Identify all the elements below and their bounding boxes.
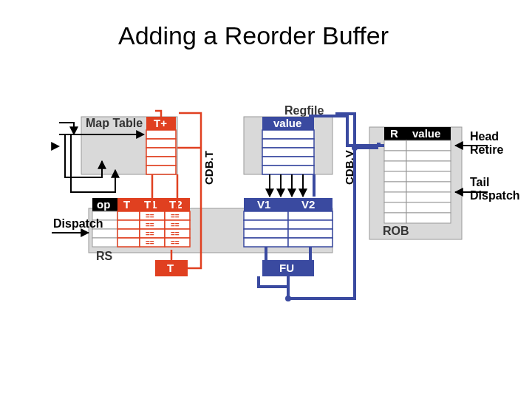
svg-rect-15 bbox=[384, 151, 406, 161]
rs-T: T bbox=[123, 198, 130, 211]
rob-tail: Tail bbox=[470, 176, 489, 188]
svg-rect-39 bbox=[244, 211, 288, 220]
svg-text:==: == bbox=[146, 221, 154, 229]
cdb-t-label: CDB.T bbox=[202, 151, 215, 185]
rob-rows bbox=[384, 140, 451, 223]
svg-rect-6 bbox=[262, 130, 314, 139]
rob-retire: Retire bbox=[470, 143, 503, 156]
rs-T2: T2 bbox=[169, 198, 183, 211]
svg-rect-57 bbox=[244, 238, 288, 247]
svg-rect-51 bbox=[244, 229, 288, 238]
svg-text:==: == bbox=[171, 212, 180, 220]
tplus-text: T+ bbox=[154, 117, 167, 129]
rob-label: ROB bbox=[383, 225, 409, 237]
svg-rect-36 bbox=[117, 211, 140, 220]
svg-rect-46 bbox=[288, 220, 332, 229]
svg-rect-25 bbox=[384, 202, 406, 213]
svg-point-68 bbox=[285, 296, 291, 301]
rob-dispatch: Dispatch bbox=[470, 189, 520, 202]
svg-rect-58 bbox=[288, 238, 332, 247]
svg-rect-20 bbox=[406, 171, 451, 182]
rob-value: value bbox=[412, 127, 440, 140]
dispatch-label: Dispatch bbox=[53, 217, 103, 230]
svg-rect-18 bbox=[406, 161, 451, 171]
svg-rect-47 bbox=[92, 229, 117, 238]
svg-rect-22 bbox=[406, 182, 451, 192]
svg-rect-24 bbox=[406, 192, 451, 202]
rs-V1: V1 bbox=[257, 198, 270, 211]
svg-rect-17 bbox=[384, 161, 406, 171]
page-title: Adding a Reorder Buffer bbox=[118, 21, 389, 50]
svg-rect-52 bbox=[288, 229, 332, 238]
rs-label: RS bbox=[96, 250, 113, 262]
svg-rect-40 bbox=[288, 211, 332, 220]
svg-rect-19 bbox=[384, 171, 406, 182]
svg-rect-9 bbox=[262, 157, 314, 166]
svg-rect-8 bbox=[262, 148, 314, 157]
svg-rect-3 bbox=[146, 157, 176, 166]
rs-op: op bbox=[97, 198, 110, 211]
fu-label: FU bbox=[279, 262, 294, 274]
map-table-label: Map Table bbox=[86, 117, 143, 129]
rob-head: Head bbox=[470, 130, 499, 143]
svg-rect-0 bbox=[146, 130, 176, 139]
svg-rect-4 bbox=[146, 166, 176, 174]
svg-rect-16 bbox=[406, 151, 451, 161]
svg-rect-54 bbox=[117, 238, 140, 247]
svg-rect-42 bbox=[117, 220, 140, 229]
rs-T1: T1 bbox=[144, 198, 157, 211]
svg-rect-1 bbox=[146, 139, 176, 148]
fu-T: T bbox=[167, 262, 174, 274]
svg-text:==: == bbox=[171, 230, 180, 238]
svg-rect-48 bbox=[117, 229, 140, 238]
svg-rect-45 bbox=[244, 220, 288, 229]
regfile-col: value bbox=[273, 117, 301, 129]
svg-text:==: == bbox=[146, 212, 154, 220]
svg-rect-26 bbox=[406, 202, 451, 213]
svg-rect-21 bbox=[384, 182, 406, 192]
svg-rect-27 bbox=[384, 213, 406, 223]
svg-text:==: == bbox=[146, 239, 154, 247]
rs-V2: V2 bbox=[301, 198, 315, 211]
svg-rect-13 bbox=[384, 140, 406, 151]
svg-rect-23 bbox=[384, 192, 406, 202]
svg-rect-10 bbox=[262, 166, 314, 174]
svg-text:==: == bbox=[146, 230, 154, 238]
svg-rect-7 bbox=[262, 139, 314, 148]
svg-rect-53 bbox=[92, 238, 117, 247]
rob-R: R bbox=[390, 127, 398, 140]
svg-rect-14 bbox=[406, 140, 451, 151]
svg-text:==: == bbox=[171, 239, 180, 247]
svg-text:==: == bbox=[171, 221, 180, 229]
svg-rect-28 bbox=[406, 213, 451, 223]
svg-rect-2 bbox=[146, 148, 176, 157]
